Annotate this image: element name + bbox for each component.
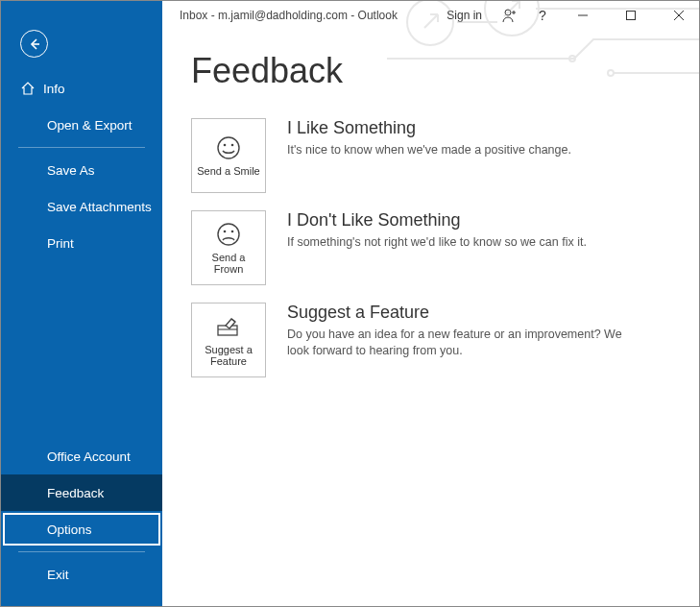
svg-point-11 xyxy=(218,224,239,245)
svg-point-12 xyxy=(224,231,227,233)
suggest-feature-button[interactable]: Suggest a Feature xyxy=(191,303,266,377)
sidebar-item-save-attachments[interactable]: Save Attachments xyxy=(1,188,162,225)
feedback-row-suggest: Suggest a Feature Suggest a Feature Do y… xyxy=(191,303,699,377)
smile-title: I Like Something xyxy=(287,118,571,138)
frown-icon xyxy=(216,222,241,247)
send-frown-button[interactable]: Send a Frown xyxy=(191,210,266,285)
suggest-title: Suggest a Feature xyxy=(287,303,642,323)
send-smile-button[interactable]: Send a Smile xyxy=(191,118,266,193)
app-frame: Info Open & Export Save As Save Attachme… xyxy=(0,0,700,607)
sidebar-divider xyxy=(18,147,145,148)
sidebar-item-save-as[interactable]: Save As xyxy=(1,152,162,188)
sidebar-item-feedback[interactable]: Feedback xyxy=(1,474,162,511)
help-icon: ? xyxy=(539,8,546,23)
feedback-text-frown: I Don't Like Something If something's no… xyxy=(287,210,587,251)
sidebar-item-exit[interactable]: Exit xyxy=(1,556,162,593)
sidebar-label-options: Options xyxy=(47,522,92,537)
send-frown-label: Send a Frown xyxy=(192,252,265,275)
close-icon xyxy=(673,10,685,21)
close-button[interactable] xyxy=(659,2,699,29)
back-arrow-icon xyxy=(28,37,41,51)
titlebar: Inbox - m.jamil@dadholding.com - Outlook… xyxy=(162,1,699,30)
maximize-icon xyxy=(625,10,637,21)
smile-icon xyxy=(216,135,241,160)
svg-point-10 xyxy=(231,144,234,147)
feedback-row-frown: Send a Frown I Don't Like Something If s… xyxy=(191,210,699,285)
send-smile-label: Send a Smile xyxy=(193,165,263,177)
sidebar-item-open-export[interactable]: Open & Export xyxy=(1,107,162,143)
svg-rect-7 xyxy=(627,12,636,20)
svg-point-8 xyxy=(218,137,239,158)
minimize-icon xyxy=(577,10,589,21)
sidebar-item-info[interactable]: Info xyxy=(1,70,162,107)
sidebar-label-open-export: Open & Export xyxy=(47,118,133,133)
sidebar-item-office-account[interactable]: Office Account xyxy=(1,438,162,474)
sidebar-item-print[interactable]: Print xyxy=(1,225,162,261)
smile-desc: It's nice to know when we've made a posi… xyxy=(287,142,571,158)
feedback-text-smile: I Like Something It's nice to know when … xyxy=(287,118,571,158)
person-icon xyxy=(502,8,518,23)
sign-in-link[interactable]: Sign in xyxy=(447,9,482,22)
frown-title: I Don't Like Something xyxy=(287,210,587,231)
suggest-desc: Do you have an idea for a new feature or… xyxy=(287,327,642,359)
svg-point-13 xyxy=(231,231,234,233)
help-button[interactable]: ? xyxy=(530,3,555,28)
page-heading: Feedback xyxy=(191,51,699,91)
svg-point-5 xyxy=(505,10,511,15)
suggest-icon xyxy=(215,315,242,338)
back-button[interactable] xyxy=(20,30,48,58)
sidebar-label-save-as: Save As xyxy=(47,163,95,178)
minimize-button[interactable] xyxy=(563,2,603,29)
feedback-text-suggest: Suggest a Feature Do you have an idea fo… xyxy=(287,303,642,359)
main-area: Inbox - m.jamil@dadholding.com - Outlook… xyxy=(162,1,699,606)
feedback-row-smile: Send a Smile I Like Something It's nice … xyxy=(191,118,699,193)
frown-desc: If something's not right we'd like to kn… xyxy=(287,234,587,251)
sidebar-item-options[interactable]: Options xyxy=(1,511,162,547)
sidebar-label-info: Info xyxy=(43,82,65,96)
window-title: Inbox - m.jamil@dadholding.com - Outlook xyxy=(180,9,398,22)
sidebar-divider-2 xyxy=(18,551,145,552)
svg-point-9 xyxy=(224,144,227,147)
sidebar-label-feedback: Feedback xyxy=(47,486,104,500)
sidebar-label-print: Print xyxy=(47,236,74,251)
sidebar-label-office-account: Office Account xyxy=(47,449,131,464)
home-icon xyxy=(20,81,36,96)
account-manager-button[interactable] xyxy=(497,3,522,28)
maximize-button[interactable] xyxy=(611,2,651,29)
sidebar-label-save-attachments: Save Attachments xyxy=(47,200,152,214)
suggest-feature-label: Suggest a Feature xyxy=(192,344,265,367)
sidebar-label-exit: Exit xyxy=(47,568,69,582)
backstage-sidebar: Info Open & Export Save As Save Attachme… xyxy=(1,1,162,606)
